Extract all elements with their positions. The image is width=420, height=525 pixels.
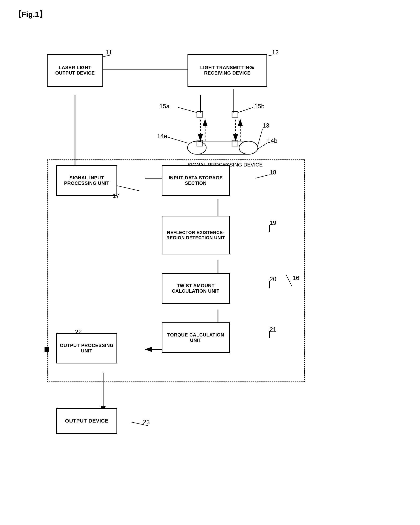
- reflector-existence-region-detection-unit: REFLECTOR EXISTENCE- REGION DETECTION UN…: [162, 216, 230, 254]
- ref-21: 21: [270, 326, 276, 333]
- torque-calculation-unit: TORQUE CALCULATION UNIT: [162, 322, 230, 353]
- output-processing-unit: OUTPUT PROCESSING UNIT: [56, 333, 117, 364]
- signal-input-processing-unit: SIGNAL INPUT PROCESSING UNIT: [56, 165, 117, 196]
- light-transmitting-receiving-device: LIGHT TRANSMITTING/ RECEIVING DEVICE: [188, 54, 267, 87]
- svg-line-31: [164, 136, 188, 143]
- ref-15a: 15a: [159, 103, 169, 110]
- ref-22: 22: [75, 328, 82, 336]
- input-data-storage-section: INPUT DATA STORAGE SECTION: [162, 165, 230, 196]
- ref-14b: 14b: [267, 137, 277, 144]
- ref-13: 13: [263, 122, 269, 129]
- marker-square: [45, 347, 49, 352]
- svg-rect-17: [197, 111, 203, 117]
- ref-17: 17: [112, 192, 119, 199]
- page-title: 【Fig.1】: [14, 9, 47, 20]
- ref-23: 23: [143, 419, 150, 426]
- ref-16: 16: [292, 274, 299, 281]
- ref-12: 12: [272, 49, 279, 56]
- ref-18: 18: [270, 169, 276, 176]
- laser-light-output-device: LASER LIGHT OUTPUT DEVICE: [47, 54, 103, 87]
- svg-point-24: [239, 141, 258, 154]
- output-device: OUTPUT DEVICE: [56, 408, 117, 434]
- ref-14a: 14a: [157, 132, 167, 140]
- svg-line-30: [258, 129, 263, 145]
- svg-line-32: [258, 143, 267, 149]
- ref-11: 11: [105, 49, 112, 56]
- ref-19: 19: [270, 219, 276, 226]
- svg-line-28: [178, 107, 197, 112]
- ref-15b: 15b: [254, 103, 264, 110]
- svg-line-29: [238, 107, 253, 112]
- ref-20: 20: [270, 275, 276, 283]
- twist-amount-calculation-unit: TWIST AMOUNT CALCULATION UNIT: [162, 273, 230, 304]
